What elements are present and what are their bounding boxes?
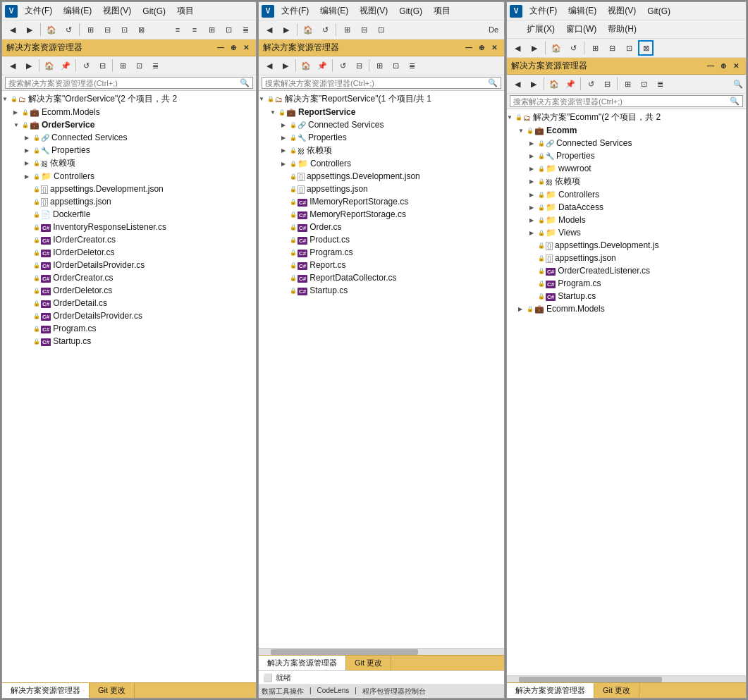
win3-se-back[interactable]: ◀ xyxy=(510,76,525,92)
win3-tb-b4[interactable]: ⊠ xyxy=(638,40,654,56)
win1-tb-b6[interactable]: ≡ xyxy=(187,22,202,37)
tree-item-11[interactable]: 🔒C#IOrderCreator.cs xyxy=(2,233,256,246)
tree-item-9[interactable]: ▶🔒📁Views xyxy=(507,226,746,239)
tree-item-17[interactable]: 🔒C#OrderDetailsProvider.cs xyxy=(2,309,256,322)
win1-tb-back[interactable]: ◀ xyxy=(5,22,20,37)
win1-search[interactable] xyxy=(8,79,240,87)
win2-se-forward[interactable]: ▶ xyxy=(278,58,293,73)
tree-item-11[interactable]: 🔒{}appsettings.json xyxy=(507,252,746,264)
tree-item-13[interactable]: 🔒C#Report.cs xyxy=(259,259,504,271)
tree-item-12[interactable]: 🔒C#OrderCreatedListener.cs xyxy=(507,264,746,277)
tree-item-0[interactable]: ▼🔒🗂解决方案"OrderService"(2 个项目，共 2 xyxy=(2,92,256,106)
win3-tb-forward[interactable]: ▶ xyxy=(527,40,542,56)
win3-menu-view[interactable]: 视图(V) xyxy=(603,4,640,18)
win1-tab-git[interactable]: Git 更改 xyxy=(90,683,135,698)
win1-tb-b5[interactable]: ≡ xyxy=(170,22,185,37)
win3-menu-edit[interactable]: 编辑(E) xyxy=(564,4,601,18)
win3-search[interactable] xyxy=(513,97,730,106)
tree-item-5[interactable]: ▶🔒⛓依赖项 xyxy=(2,156,256,170)
win2-menu-file[interactable]: 文件(F) xyxy=(277,4,313,18)
win1-se-pin[interactable]: 📌 xyxy=(58,58,73,73)
win2-bottom-item3[interactable]: 程序包管理器控制台 xyxy=(362,687,426,696)
tree-item-3[interactable]: ▶🔒🔧Properties xyxy=(507,149,746,162)
tree-item-5[interactable]: ▶🔒📁Controllers xyxy=(259,157,504,170)
win1-menu-view[interactable]: 视图(V) xyxy=(99,4,135,18)
win3-tb-refresh[interactable]: ↺ xyxy=(565,40,581,56)
win3-close-icon[interactable]: ✕ xyxy=(730,61,742,72)
tree-item-4[interactable]: ▶🔒🔧Properties xyxy=(2,144,256,156)
win1-pin2-icon[interactable]: ⊕ xyxy=(228,42,239,54)
tree-item-7[interactable]: 🔒{}appsettings.json xyxy=(259,183,504,195)
win2-se-b2[interactable]: ⊡ xyxy=(388,58,403,73)
win1-pin-icon[interactable]: — xyxy=(215,42,226,54)
tree-item-9[interactable]: 🔒📄Dockerfile xyxy=(2,208,256,221)
tree-item-4[interactable]: ▶🔒⛓依赖项 xyxy=(259,144,504,157)
tree-item-6[interactable]: ▶🔒📁Controllers xyxy=(2,170,256,183)
win1-menu-edit[interactable]: 编辑(E) xyxy=(59,4,96,18)
tree-item-15[interactable]: 🔒C#Startup.cs xyxy=(259,284,504,297)
win2-tab-se[interactable]: 解决方案资源管理器 xyxy=(259,656,346,670)
tree-item-10[interactable]: 🔒C#Order.cs xyxy=(259,221,504,233)
win2-se-collapse[interactable]: ⊟ xyxy=(351,58,367,73)
tree-item-7[interactable]: ▶🔒📁DataAccess xyxy=(507,201,746,214)
tree-item-15[interactable]: ▶🔒💼Ecomm.Models xyxy=(507,302,746,315)
tree-item-5[interactable]: ▶🔒⛓依赖项 xyxy=(507,175,746,188)
win3-menu-win[interactable]: 窗口(W) xyxy=(562,22,601,37)
win3-tb-back[interactable]: ◀ xyxy=(510,40,525,56)
win3-se-collapse[interactable]: ⊟ xyxy=(599,76,615,92)
win2-menu-git[interactable]: Git(G) xyxy=(395,5,427,18)
tree-item-12[interactable]: 🔒C#IOrderDeletor.cs xyxy=(2,246,256,259)
win2-tb-forward[interactable]: ▶ xyxy=(278,22,294,37)
tree-item-14[interactable]: 🔒C#OrderCreator.cs xyxy=(2,271,256,284)
tree-item-2[interactable]: ▶🔒🔗Connected Services xyxy=(507,137,746,149)
win1-tb-forward[interactable]: ▶ xyxy=(22,22,37,37)
tree-item-3[interactable]: ▶🔒🔗Connected Services xyxy=(2,131,256,144)
win1-tb-home[interactable]: 🏠 xyxy=(44,22,59,37)
win3-menu-help[interactable]: 帮助(H) xyxy=(603,22,641,37)
win1-tb-b1[interactable]: ⊞ xyxy=(82,22,98,37)
win2-tb-back[interactable]: ◀ xyxy=(262,22,277,37)
tree-item-13[interactable]: 🔒C#IOrderDetailsProvider.cs xyxy=(2,259,256,271)
win1-tb-b2[interactable]: ⊟ xyxy=(99,22,115,37)
win3-tb-b3[interactable]: ⊡ xyxy=(621,40,637,56)
win1-se-collapse[interactable]: ⊟ xyxy=(94,58,110,73)
win2-bottom-item1[interactable]: 数据工具操作 xyxy=(262,687,304,696)
win3-tb-b1[interactable]: ⊞ xyxy=(587,40,603,56)
win3-tb-home[interactable]: 🏠 xyxy=(548,40,564,56)
win3-pin-icon[interactable]: — xyxy=(705,61,716,72)
tree-item-19[interactable]: 🔒C#Startup.cs xyxy=(2,335,256,348)
win1-tb-refresh[interactable]: ↺ xyxy=(61,22,76,37)
win1-menu-git[interactable]: Git(G) xyxy=(138,5,170,18)
win3-se-forward[interactable]: ▶ xyxy=(526,76,541,92)
win1-se-home[interactable]: 🏠 xyxy=(42,58,57,73)
win2-se-b3[interactable]: ≣ xyxy=(404,58,419,73)
win3-tb-b2[interactable]: ⊟ xyxy=(604,40,620,56)
win2-se-b1[interactable]: ⊞ xyxy=(372,58,387,73)
win2-hscroll[interactable] xyxy=(259,648,504,655)
tree-item-8[interactable]: 🔒C#IMemoryReportStorage.cs xyxy=(259,195,504,208)
tree-item-10[interactable]: 🔒{}appsettings.Development.js xyxy=(507,239,746,252)
win2-menu-edit[interactable]: 编辑(E) xyxy=(316,4,352,18)
tree-item-16[interactable]: 🔒C#OrderDetail.cs xyxy=(2,297,256,309)
win1-tb-b3[interactable]: ⊡ xyxy=(116,22,132,37)
win2-tb-b2[interactable]: ⊟ xyxy=(356,22,372,37)
tree-item-1[interactable]: ▼🔒💼Ecomm xyxy=(507,124,746,137)
win2-menu-view[interactable]: 视图(V) xyxy=(355,4,392,18)
tree-item-18[interactable]: 🔒C#Program.cs xyxy=(2,322,256,335)
tree-item-2[interactable]: ▼🔒💼OrderService xyxy=(2,118,256,131)
tree-item-13[interactable]: 🔒C#Program.cs xyxy=(507,277,746,290)
tree-item-4[interactable]: ▶🔒📁wwwroot xyxy=(507,162,746,175)
win2-tb-b1[interactable]: ⊞ xyxy=(339,22,355,37)
tree-item-1[interactable]: ▼🔒💼ReportService xyxy=(259,106,504,118)
tree-item-2[interactable]: ▶🔒🔗Connected Services xyxy=(259,118,504,131)
win3-hscroll[interactable] xyxy=(507,675,746,682)
win3-tab-se[interactable]: 解决方案资源管理器 xyxy=(507,683,594,698)
win2-se-refresh[interactable]: ↺ xyxy=(335,58,350,73)
win3-se-b2[interactable]: ⊡ xyxy=(636,76,651,92)
win1-se-back[interactable]: ◀ xyxy=(5,58,20,73)
win1-tb-b4[interactable]: ⊠ xyxy=(133,22,149,37)
win2-se-back[interactable]: ◀ xyxy=(262,58,277,73)
tree-item-0[interactable]: ▼🔒🗂解决方案"Ecomm"(2 个项目，共 2 xyxy=(507,111,746,124)
tree-item-11[interactable]: 🔒C#Product.cs xyxy=(259,233,504,246)
win3-menu-git[interactable]: Git(G) xyxy=(643,5,675,18)
